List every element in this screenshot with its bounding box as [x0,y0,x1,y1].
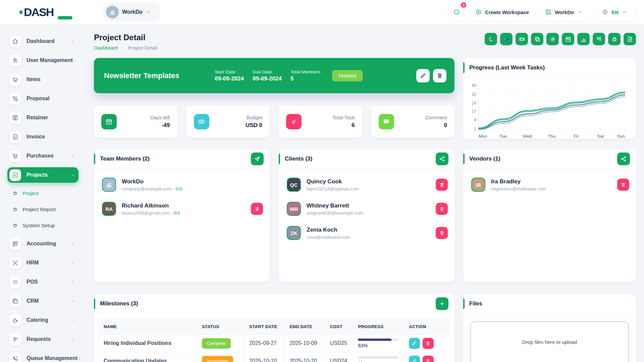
sidebar-item-retainer[interactable]: Retainer [7,110,78,125]
bullet-icon [13,192,17,195]
bar-chart-button[interactable] [577,33,590,45]
sidebar-item-queue-management[interactable]: Queue Management [7,351,78,362]
kanban-button[interactable] [593,33,605,45]
language-button[interactable]: EN [596,4,636,20]
create-workspace-button[interactable]: Create Workspace [470,4,535,20]
column-header: COST [325,319,353,335]
sidebar-item-requests[interactable]: Requests [7,331,78,347]
sidebar-item-dashboard[interactable]: Dashboard [7,34,78,49]
sidebar-item-hrm[interactable]: HRM [7,255,78,270]
remove-person-button[interactable] [251,203,263,215]
person-email: cuve@mailinator.com [307,235,350,240]
file-dropzone[interactable]: Drop files here to upload [471,321,629,362]
chevron-right-icon [71,280,75,284]
edit-milestone-button[interactable] [409,356,420,362]
sidebar-item-purchases[interactable]: Purchases [7,148,78,164]
bug-button[interactable] [608,33,621,45]
workspace-selector[interactable]: WorkDo [103,3,160,21]
users-icon [9,55,21,66]
calendar-button[interactable] [562,33,574,45]
sidebar-item-accounting[interactable]: Accounting [7,236,78,251]
sidebar-item-pos[interactable]: POS [7,274,78,290]
check-square-icon [9,169,21,181]
remove-person-button[interactable] [617,179,629,191]
topbar-actions: 0 Create Workspace WorkDo EN [448,4,636,20]
settings-button[interactable] [546,33,559,45]
svg-text:Sat: Sat [597,134,604,139]
google-drive-button[interactable] [485,33,497,45]
start-date-group: Start Date: 09-09-2024 [215,69,244,82]
sidebar-item-items[interactable]: Items [7,72,78,87]
trash-icon [621,182,626,188]
svg-text:24: 24 [472,101,477,106]
status-badge: Finished [332,70,363,81]
sidebar-item-label: Catering [26,317,71,323]
edit-project-button[interactable] [416,69,430,82]
home-icon [9,36,21,47]
delete-project-button[interactable] [433,69,446,82]
sidebar-item-projects[interactable]: Projects [7,167,78,183]
remove-person-button[interactable] [436,203,448,215]
sidebar-item-label: Accounting [26,241,71,247]
target-user-icon [9,257,21,269]
video-camera-button[interactable] [516,33,528,45]
avatar: QC [287,178,301,192]
invite-member-button[interactable] [251,153,264,165]
floppy-icon [9,112,21,124]
bug-icon [611,36,618,43]
stat-card-comment: Comment 0 [371,106,455,137]
stat-card-total-task: Total Task 6 [279,106,362,137]
chevron-right-icon [77,356,82,361]
file-button[interactable] [624,33,636,45]
add-milestone-button[interactable] [436,297,448,310]
milestone-cost: USD24 [325,352,353,362]
video-camera-icon [519,36,525,43]
edit-milestone-button[interactable] [409,338,420,349]
milestone-progress: 83% [353,335,404,352]
onedrive-button[interactable] [500,33,513,45]
bullet-icon [13,224,17,227]
person-email: company@example.com - 0/3 [122,186,182,191]
sidebar-item-proposal[interactable]: Proposal [7,91,78,106]
sidebar: Dashboard User Management Items Proposal… [0,24,85,362]
svg-text:Sun: Sun [617,134,625,139]
copy-button[interactable] [531,33,543,45]
logo-text: DASH [24,6,53,19]
person-name: Ira Bradley [491,178,546,185]
total-members-label: Total Members: [290,69,321,74]
chevron-right-icon [121,46,125,50]
share-clients-button[interactable] [436,153,448,165]
milestone-row: Communication Updates Incomplete 2025-10… [99,352,450,362]
remove-person-button[interactable] [436,179,448,191]
topbar: DASH WorkDo 0 Create Workspace WorkDo [0,0,644,24]
chevron-down-icon [146,9,151,15]
app-switcher-button[interactable]: WorkDo [539,4,591,20]
sidebar-subitem-project[interactable]: Project [7,186,85,200]
phone-icon [9,353,21,362]
breadcrumb-dashboard-link[interactable]: Dashboard [94,45,118,51]
person-name: Quincy Cook [307,178,359,185]
sidebar-item-catering[interactable]: Catering [7,312,78,328]
sidebar-subitem-project-report[interactable]: Project Report [7,202,85,217]
sidebar-item-crm[interactable]: CRM [7,293,78,309]
share-vendors-button[interactable] [617,153,630,165]
google-drive-icon [488,36,494,43]
coffee-icon [9,314,21,326]
delete-milestone-button[interactable] [423,356,434,362]
workspace-name: WorkDo [122,9,143,15]
remove-person-button[interactable] [436,227,448,239]
messages-button[interactable]: 0 [448,4,465,20]
start-date-value: 09-09-2024 [215,75,244,82]
sidebar-item-user-management[interactable]: User Management [7,53,78,68]
svg-text:1: 1 [474,127,476,131]
message-dots-icon [453,9,460,15]
avatar: ZK [287,226,301,240]
milestone-cost: USD25 [325,335,353,352]
person-email: antgrumik30@example.com [307,210,363,216]
due-date-group: Due Date: 09-09-2024 [253,69,282,82]
sidebar-subitem-system-setup[interactable]: System Setup [7,219,85,233]
delete-milestone-button[interactable] [423,338,434,349]
due-date-value: 09-09-2024 [253,75,282,82]
chevron-right-icon [73,58,77,63]
sidebar-item-invoice[interactable]: Invoice [7,129,78,144]
